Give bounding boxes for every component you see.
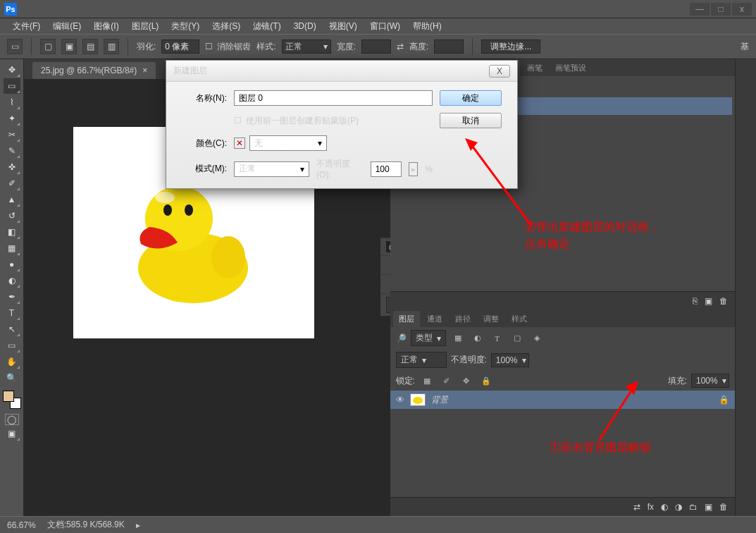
blur-tool[interactable]: ● <box>4 257 20 272</box>
type-tool[interactable]: T <box>4 305 20 321</box>
menu-type[interactable]: 类型(Y) <box>166 19 205 34</box>
group-icon[interactable]: 🗀 <box>689 502 698 512</box>
close-button[interactable]: x <box>732 3 752 16</box>
move-tool[interactable]: ✥ <box>4 62 20 78</box>
tab-brush-presets[interactable]: 画笔预设 <box>550 60 592 76</box>
hand-tool[interactable]: ✋ <box>4 354 20 369</box>
brush-tool[interactable]: ✐ <box>4 176 20 191</box>
menu-edit[interactable]: 编辑(E) <box>47 19 87 34</box>
color-select[interactable]: 无▾ <box>249 135 327 151</box>
color-swatch[interactable] <box>3 391 21 409</box>
tab-layers[interactable]: 图层 <box>393 311 420 327</box>
dialog-title-bar[interactable]: 新建图层 X <box>166 61 517 82</box>
lock-pixels-icon[interactable]: ✐ <box>439 374 454 387</box>
layer-background[interactable]: 👁 背景 🔒 <box>390 391 736 409</box>
eyedropper-tool[interactable]: ✎ <box>4 143 20 159</box>
menu-3d[interactable]: 3D(D) <box>288 20 322 32</box>
filter-kind-select[interactable]: 类型▾ <box>411 330 446 346</box>
crop-tool[interactable]: ✂ <box>4 127 20 142</box>
width-input[interactable] <box>361 39 391 54</box>
intersect-selection-icon[interactable]: ▥ <box>104 39 119 54</box>
pen-tool[interactable]: ✒ <box>4 289 20 305</box>
stamp-tool[interactable]: ▲ <box>4 192 20 207</box>
dodge-tool[interactable]: ◐ <box>4 273 20 288</box>
feather-input[interactable] <box>161 39 199 54</box>
subtract-selection-icon[interactable]: ▤ <box>82 39 98 54</box>
tab-brush[interactable]: 画笔 <box>521 60 548 76</box>
minimize-button[interactable]: — <box>690 3 709 16</box>
tab-channels[interactable]: 通道 <box>421 311 448 327</box>
filter-pixel-icon[interactable]: ▦ <box>450 332 466 345</box>
healing-tool[interactable]: ✜ <box>4 159 20 175</box>
search-icon[interactable]: 🔎 <box>396 333 407 343</box>
antialias-checkbox[interactable]: ☐消除锯齿 <box>205 41 251 53</box>
name-input[interactable] <box>234 90 433 106</box>
lig-icon[interactable]: fi <box>386 278 390 290</box>
ok-button[interactable]: 确定 <box>440 90 502 106</box>
delete-layer-icon[interactable]: 🗑 <box>719 502 728 512</box>
filter-type-icon[interactable]: T <box>490 332 505 345</box>
visibility-icon[interactable]: 👁 <box>396 395 404 405</box>
opacity-input[interactable] <box>371 161 402 177</box>
new-layer-icon[interactable]: ▣ <box>705 502 712 512</box>
tool-preset-icon[interactable]: ▭ <box>7 39 23 54</box>
filter-shape-icon[interactable]: ▢ <box>509 332 525 345</box>
new-selection-icon[interactable]: ▢ <box>40 39 56 54</box>
add-selection-icon[interactable]: ▣ <box>61 39 77 54</box>
opacity-flyout-icon[interactable]: ▸ <box>409 162 419 176</box>
shape-tool[interactable]: ▭ <box>4 338 20 353</box>
path-tool[interactable]: ↖ <box>4 321 20 337</box>
status-arrow-icon[interactable]: ▸ <box>136 520 140 530</box>
filter-adjust-icon[interactable]: ◐ <box>470 332 485 345</box>
lock-all-icon[interactable]: 🔒 <box>478 374 494 387</box>
document-tab[interactable]: 25.jpg @ 66.7%(RGB/8#) × <box>32 62 156 79</box>
menu-view[interactable]: 视图(V) <box>323 19 363 34</box>
marquee-tool[interactable]: ▭ <box>4 78 20 94</box>
document-tab-close-icon[interactable]: × <box>142 66 147 75</box>
history-brush-tool[interactable]: ↺ <box>4 208 20 223</box>
lock-position-icon[interactable]: ✥ <box>459 374 474 387</box>
filter-smart-icon[interactable]: ◈ <box>529 332 545 345</box>
menu-image[interactable]: 图像(I) <box>88 19 124 34</box>
maximize-button[interactable]: □ <box>711 3 731 16</box>
tab-paths[interactable]: 路径 <box>450 311 476 327</box>
screen-mode-toggle[interactable]: ▣ <box>4 426 20 441</box>
zoom-level[interactable]: 66.67% <box>7 520 36 530</box>
menu-help[interactable]: 帮助(H) <box>407 19 447 34</box>
menu-file[interactable]: 文件(F) <box>7 19 46 34</box>
menu-layer[interactable]: 图层(L) <box>126 19 165 34</box>
link-layers-icon[interactable]: ⇄ <box>633 502 640 512</box>
style-select[interactable]: 正常▾ <box>282 39 331 54</box>
camera-icon[interactable]: ▣ <box>705 296 712 306</box>
cancel-button[interactable]: 取消 <box>440 113 502 128</box>
collapsed-panel-strip[interactable] <box>735 59 756 516</box>
adjustment-icon[interactable]: ◑ <box>675 502 682 512</box>
zoom-tool[interactable]: 🔍 <box>4 370 20 386</box>
doc-size[interactable]: 文档:585.9 K/568.9K <box>47 519 125 531</box>
layer-fill-input[interactable]: 100%▾ <box>691 374 729 388</box>
gradient-tool[interactable]: ▦ <box>4 240 20 256</box>
magic-wand-tool[interactable]: ✦ <box>4 111 20 126</box>
fx-icon[interactable]: fx <box>647 502 654 512</box>
menu-window[interactable]: 窗口(W) <box>364 19 406 34</box>
dialog-close-button[interactable]: X <box>489 65 510 78</box>
lock-trans-icon[interactable]: ▦ <box>419 374 435 387</box>
layer-opacity-input[interactable]: 100%▾ <box>491 353 529 367</box>
blend-mode-select[interactable]: 正常▾ <box>396 352 447 368</box>
tab-adjustments[interactable]: 调整 <box>478 311 504 327</box>
swap-icon[interactable]: ⇄ <box>397 42 404 51</box>
lang-select[interactable]: 美国英语▾ <box>386 297 390 313</box>
mask-icon[interactable]: ◐ <box>661 502 668 512</box>
refine-edge-button[interactable]: 调整边缘... <box>481 39 540 54</box>
bold-icon[interactable]: T <box>386 259 390 271</box>
tab-styles[interactable]: 样式 <box>506 311 533 327</box>
trash-icon[interactable]: 🗑 <box>719 296 728 306</box>
essentials-label[interactable]: 基 <box>740 41 749 53</box>
lasso-tool[interactable]: ⌇ <box>4 94 20 110</box>
eraser-tool[interactable]: ◧ <box>4 224 20 240</box>
menu-select[interactable]: 选择(S) <box>206 19 246 34</box>
height-input[interactable] <box>434 39 464 54</box>
menu-filter[interactable]: 滤镜(T) <box>247 19 286 34</box>
snapshot-icon[interactable]: ⎘ <box>693 296 698 306</box>
mode-select[interactable]: 正常▾ <box>234 161 309 177</box>
